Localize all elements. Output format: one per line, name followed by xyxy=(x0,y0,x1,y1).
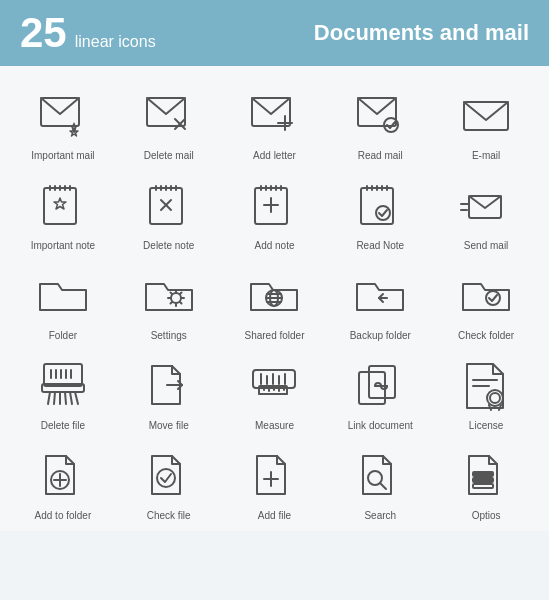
send-mail-icon xyxy=(455,174,517,236)
list-item: E-mail xyxy=(433,76,539,166)
optios-label: Optios xyxy=(472,510,501,522)
list-item: Shared folder xyxy=(222,256,328,346)
svg-marker-1 xyxy=(72,122,75,125)
check-folder-label: Check folder xyxy=(458,330,514,342)
list-item: Send mail xyxy=(433,166,539,256)
header: 25 linear icons Documents and mail xyxy=(0,0,549,66)
settings-icon xyxy=(138,264,200,326)
list-item: Optios xyxy=(433,436,539,526)
list-item: Check folder xyxy=(433,256,539,346)
email-label: E-mail xyxy=(472,150,500,162)
add-to-folder-icon xyxy=(32,444,94,506)
add-file-icon xyxy=(243,444,305,506)
icon-grid-container: Important mail Delete mail xyxy=(0,66,549,531)
read-note-icon xyxy=(349,174,411,236)
shared-folder-label: Shared folder xyxy=(244,330,304,342)
settings-label: Settings xyxy=(151,330,187,342)
list-item: License xyxy=(433,346,539,436)
list-item: Important note xyxy=(10,166,116,256)
important-note-icon xyxy=(32,174,94,236)
svg-line-64 xyxy=(65,392,66,404)
read-note-label: Read Note xyxy=(356,240,404,252)
license-icon xyxy=(455,354,517,416)
delete-mail-label: Delete mail xyxy=(144,150,194,162)
svg-rect-87 xyxy=(369,366,395,398)
list-item: Delete note xyxy=(116,166,222,256)
delete-file-icon xyxy=(32,354,94,416)
search-label: Search xyxy=(364,510,396,522)
important-mail-label: Important mail xyxy=(31,150,94,162)
list-item: Delete mail xyxy=(116,76,222,166)
list-item: Backup folder xyxy=(327,256,433,346)
svg-line-102 xyxy=(380,483,386,489)
list-item: Delete file xyxy=(10,346,116,436)
icon-grid: Important mail Delete mail xyxy=(10,76,539,526)
check-file-label: Check file xyxy=(147,510,191,522)
icon-count: 25 xyxy=(20,12,67,54)
svg-line-51 xyxy=(170,302,172,304)
add-letter-icon xyxy=(243,84,305,146)
read-mail-icon xyxy=(349,84,411,146)
svg-line-61 xyxy=(48,392,50,404)
header-subtitle: linear icons xyxy=(75,33,156,51)
list-item: Add file xyxy=(222,436,328,526)
svg-line-62 xyxy=(54,392,55,404)
list-item: Settings xyxy=(116,256,222,346)
read-mail-label: Read mail xyxy=(358,150,403,162)
delete-note-label: Delete note xyxy=(143,240,194,252)
measure-icon xyxy=(243,354,305,416)
list-item: Move file xyxy=(116,346,222,436)
svg-line-65 xyxy=(70,392,72,404)
optios-icon xyxy=(455,444,517,506)
check-folder-icon xyxy=(455,264,517,326)
send-mail-label: Send mail xyxy=(464,240,508,252)
add-file-label: Add file xyxy=(258,510,291,522)
list-item: Search xyxy=(327,436,433,526)
list-item: Check file xyxy=(116,436,222,526)
backup-folder-icon xyxy=(349,264,411,326)
add-note-label: Add note xyxy=(254,240,294,252)
svg-line-66 xyxy=(75,392,78,404)
svg-rect-105 xyxy=(473,484,493,488)
check-file-icon xyxy=(138,444,200,506)
folder-label: Folder xyxy=(49,330,77,342)
important-mail-icon xyxy=(32,84,94,146)
move-file-label: Move file xyxy=(149,420,189,432)
svg-point-92 xyxy=(490,393,500,403)
add-note-icon xyxy=(243,174,305,236)
list-item: Add letter xyxy=(222,76,328,166)
list-item: Folder xyxy=(10,256,116,346)
delete-file-label: Delete file xyxy=(41,420,85,432)
delete-mail-icon xyxy=(138,84,200,146)
move-file-icon xyxy=(138,354,200,416)
add-to-folder-label: Add to folder xyxy=(35,510,92,522)
measure-label: Measure xyxy=(255,420,294,432)
svg-rect-59 xyxy=(44,364,82,386)
license-label: License xyxy=(469,420,503,432)
list-item: Add note xyxy=(222,166,328,256)
search-icon xyxy=(349,444,411,506)
delete-note-icon xyxy=(138,174,200,236)
backup-folder-label: Backup folder xyxy=(350,330,411,342)
list-item: Read mail xyxy=(327,76,433,166)
shared-folder-icon xyxy=(243,264,305,326)
svg-line-48 xyxy=(170,293,172,295)
svg-line-49 xyxy=(180,302,182,304)
link-document-label: Link document xyxy=(348,420,413,432)
list-item: Measure xyxy=(222,346,328,436)
list-item: Read Note xyxy=(327,166,433,256)
list-item: Important mail xyxy=(10,76,116,166)
list-item: Add to folder xyxy=(10,436,116,526)
header-title: Documents and mail xyxy=(314,20,529,46)
list-item: Link document xyxy=(327,346,433,436)
email-icon xyxy=(455,84,517,146)
link-document-icon xyxy=(349,354,411,416)
folder-icon xyxy=(32,264,94,326)
svg-point-98 xyxy=(157,469,175,487)
svg-line-50 xyxy=(180,293,182,295)
add-letter-label: Add letter xyxy=(253,150,296,162)
important-note-label: Important note xyxy=(31,240,95,252)
